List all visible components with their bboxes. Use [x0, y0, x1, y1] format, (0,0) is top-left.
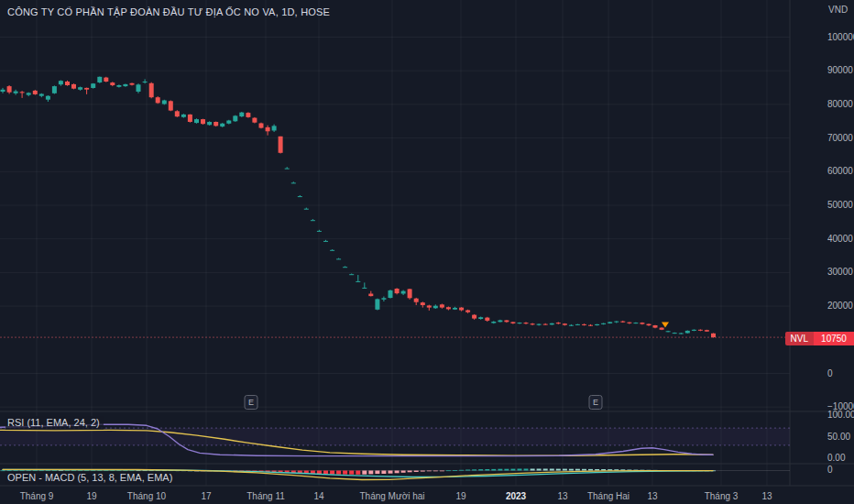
candle-body[interactable] — [27, 93, 31, 94]
rsi-axis-tick[interactable]: 0.00 — [827, 453, 845, 463]
candle-body[interactable] — [116, 85, 121, 87]
candle-body[interactable] — [46, 96, 50, 100]
candle-body[interactable] — [304, 209, 309, 210]
candle-body[interactable] — [110, 82, 115, 85]
candle-body[interactable] — [679, 334, 684, 334]
price-axis-tick[interactable]: 50000 — [827, 200, 853, 210]
candle-body[interactable] — [563, 323, 567, 325]
candle-body[interactable] — [685, 331, 690, 334]
candle-body[interactable] — [550, 323, 554, 325]
candle-body[interactable] — [556, 323, 561, 323]
candle-body[interactable] — [647, 324, 651, 326]
candle-body[interactable] — [698, 330, 703, 331]
candle-body[interactable] — [666, 331, 671, 332]
candle-body[interactable] — [408, 289, 412, 298]
candle-body[interactable] — [660, 328, 664, 330]
candle-body[interactable] — [78, 87, 82, 90]
candle-body[interactable] — [252, 118, 257, 123]
candle-body[interactable] — [389, 290, 393, 298]
candle-body[interactable] — [201, 119, 205, 124]
rsi-indicator-label[interactable]: RSI (11, EMA, 24, 2) — [5, 416, 104, 430]
candle-body[interactable] — [381, 298, 386, 300]
candle-body[interactable] — [123, 84, 127, 86]
candle-body[interactable] — [52, 86, 57, 93]
candle-body[interactable] — [510, 322, 515, 323]
candle-body[interactable] — [233, 115, 237, 121]
candle-body[interactable] — [239, 113, 244, 116]
candle-body[interactable] — [246, 113, 250, 117]
candle-body[interactable] — [298, 196, 302, 197]
candle-body[interactable] — [291, 182, 296, 183]
rsi-axis-tick[interactable]: 100.00 — [827, 410, 854, 420]
candle-body[interactable] — [59, 81, 63, 84]
candle-body[interactable] — [498, 321, 502, 323]
candle-body[interactable] — [459, 308, 464, 311]
macd-indicator-label[interactable]: OPEN - MACD (5, 13, 8, EMA, EMA) — [5, 471, 176, 485]
candle-body[interactable] — [478, 317, 483, 319]
candle-body[interactable] — [692, 330, 696, 331]
time-axis-tick[interactable]: Tháng Hai — [587, 491, 630, 501]
candle-body[interactable] — [414, 299, 419, 302]
time-axis-tick[interactable]: 13 — [761, 491, 772, 501]
candle-body[interactable] — [137, 84, 141, 92]
candle-body[interactable] — [175, 111, 180, 116]
earnings-event-badge[interactable]: E — [245, 395, 258, 410]
candle-body[interactable] — [220, 124, 224, 126]
candle-body[interactable] — [518, 323, 522, 323]
candle-body[interactable] — [285, 169, 290, 170]
candle-body[interactable] — [440, 304, 444, 307]
candle-body[interactable] — [33, 91, 38, 94]
chart-canvas[interactable] — [0, 0, 854, 504]
candle-body[interactable] — [395, 289, 400, 293]
candle-body[interactable] — [640, 323, 644, 324]
candle-body[interactable] — [614, 322, 619, 323]
candle-body[interactable] — [149, 83, 154, 97]
candle-body[interactable] — [343, 267, 347, 268]
candle-body[interactable] — [453, 308, 457, 310]
candle-body[interactable] — [595, 324, 599, 325]
candle-body[interactable] — [336, 258, 341, 259]
time-axis-tick[interactable]: Tháng 10 — [127, 491, 166, 501]
candle-body[interactable] — [401, 291, 406, 294]
price-axis-tick[interactable]: 30000 — [827, 267, 853, 277]
candle-body[interactable] — [588, 325, 593, 326]
candle-body[interactable] — [653, 325, 658, 328]
candle-body[interactable] — [130, 83, 135, 85]
time-axis-tick[interactable]: Tháng 11 — [246, 491, 285, 501]
candle-body[interactable] — [266, 127, 270, 131]
time-axis-tick[interactable]: 17 — [201, 491, 211, 501]
price-axis-tick[interactable]: 90000 — [827, 65, 853, 75]
time-axis-tick[interactable]: Tháng Mười hai — [359, 491, 424, 501]
candle-body[interactable] — [7, 86, 12, 93]
candle-body[interactable] — [84, 88, 89, 90]
candle-body[interactable] — [446, 307, 451, 309]
price-axis-tick[interactable]: 70000 — [827, 133, 853, 143]
rsi-axis-tick[interactable]: 50.00 — [827, 432, 850, 442]
candle-body[interactable] — [421, 302, 425, 305]
candle-body[interactable] — [705, 330, 709, 332]
candle-body[interactable] — [279, 137, 283, 153]
candle-body[interactable] — [188, 115, 192, 122]
candle-body[interactable] — [543, 324, 548, 325]
candle-body[interactable] — [711, 334, 716, 337]
time-axis-tick[interactable]: Tháng 3 — [705, 491, 739, 501]
time-axis-tick[interactable]: 13 — [557, 491, 567, 501]
candle-body[interactable] — [323, 241, 328, 242]
macd-axis-tick[interactable]: 0 — [827, 465, 833, 475]
candle-body[interactable] — [368, 294, 373, 297]
candle-body[interactable] — [20, 92, 25, 93]
candle-body[interactable] — [575, 324, 580, 325]
time-axis-tick[interactable]: Tháng 9 — [20, 491, 54, 501]
candle-body[interactable] — [465, 311, 470, 312]
candle-body[interactable] — [162, 101, 167, 104]
candle-body[interactable] — [1, 90, 5, 92]
candle-body[interactable] — [601, 323, 606, 324]
candle-body[interactable] — [91, 83, 95, 88]
candle-body[interactable] — [491, 322, 496, 323]
price-axis-tick[interactable]: 80000 — [827, 99, 853, 109]
price-axis-tick[interactable]: 60000 — [827, 166, 853, 176]
candle-body[interactable] — [633, 323, 638, 323]
candle-body[interactable] — [65, 82, 70, 85]
candle-body[interactable] — [537, 324, 542, 325]
candle-body[interactable] — [97, 77, 102, 82]
